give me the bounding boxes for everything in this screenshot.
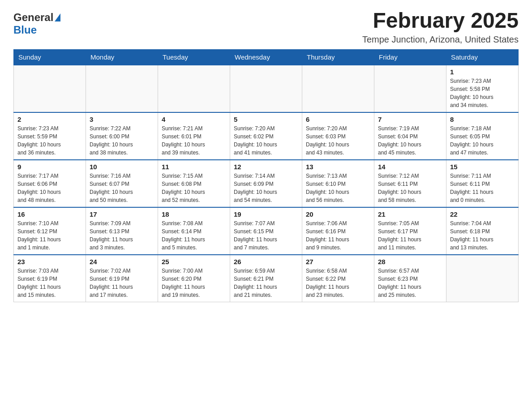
calendar-cell: 20Sunrise: 7:06 AM Sunset: 6:16 PM Dayli…	[302, 207, 374, 255]
day-number: 15	[450, 163, 515, 171]
calendar-cell: 12Sunrise: 7:14 AM Sunset: 6:09 PM Dayli…	[230, 160, 302, 207]
calendar-cell	[158, 65, 230, 112]
calendar-cell: 6Sunrise: 7:20 AM Sunset: 6:03 PM Daylig…	[302, 112, 374, 160]
day-info: Sunrise: 6:57 AM Sunset: 6:23 PM Dayligh…	[378, 267, 442, 299]
day-number: 8	[450, 116, 515, 123]
day-number: 2	[17, 116, 82, 123]
day-number: 21	[378, 210, 442, 218]
day-info: Sunrise: 7:17 AM Sunset: 6:06 PM Dayligh…	[17, 172, 82, 204]
calendar-header: SundayMondayTuesdayWednesdayThursdayFrid…	[14, 49, 519, 65]
day-info: Sunrise: 7:22 AM Sunset: 6:00 PM Dayligh…	[90, 124, 154, 157]
calendar-week-row: 9Sunrise: 7:17 AM Sunset: 6:06 PM Daylig…	[14, 160, 519, 207]
day-of-week-header: Thursday	[302, 49, 374, 65]
calendar-cell: 7Sunrise: 7:19 AM Sunset: 6:04 PM Daylig…	[374, 112, 446, 160]
calendar-cell: 19Sunrise: 7:07 AM Sunset: 6:15 PM Dayli…	[230, 207, 302, 255]
day-info: Sunrise: 7:03 AM Sunset: 6:19 PM Dayligh…	[17, 267, 82, 299]
calendar-cell: 3Sunrise: 7:22 AM Sunset: 6:00 PM Daylig…	[86, 112, 158, 160]
calendar-cell: 2Sunrise: 7:23 AM Sunset: 5:59 PM Daylig…	[14, 112, 86, 160]
day-number: 5	[234, 116, 298, 123]
day-number: 16	[17, 210, 82, 218]
calendar-cell: 24Sunrise: 7:02 AM Sunset: 6:19 PM Dayli…	[86, 255, 158, 302]
calendar-cell: 13Sunrise: 7:13 AM Sunset: 6:10 PM Dayli…	[302, 160, 374, 207]
calendar-cell: 22Sunrise: 7:04 AM Sunset: 6:18 PM Dayli…	[446, 207, 519, 255]
day-info: Sunrise: 7:11 AM Sunset: 6:11 PM Dayligh…	[450, 172, 515, 204]
day-info: Sunrise: 7:18 AM Sunset: 6:05 PM Dayligh…	[450, 124, 515, 157]
calendar-subtitle: Tempe Junction, Arizona, United States	[362, 34, 519, 45]
day-of-week-header: Friday	[374, 49, 446, 65]
day-number: 17	[90, 210, 154, 218]
calendar-cell: 15Sunrise: 7:11 AM Sunset: 6:11 PM Dayli…	[446, 160, 519, 207]
calendar-cell: 26Sunrise: 6:59 AM Sunset: 6:21 PM Dayli…	[230, 255, 302, 302]
day-info: Sunrise: 7:14 AM Sunset: 6:09 PM Dayligh…	[234, 172, 298, 204]
calendar-cell: 5Sunrise: 7:20 AM Sunset: 6:02 PM Daylig…	[230, 112, 302, 160]
day-number: 13	[306, 163, 370, 171]
day-of-week-header: Saturday	[446, 49, 519, 65]
calendar-cell: 11Sunrise: 7:15 AM Sunset: 6:08 PM Dayli…	[158, 160, 230, 207]
day-number: 25	[162, 258, 226, 265]
day-info: Sunrise: 7:15 AM Sunset: 6:08 PM Dayligh…	[162, 172, 226, 204]
page-header: General Blue February 2025 Tempe Junctio…	[13, 9, 519, 45]
logo-triangle-icon	[55, 13, 60, 21]
day-info: Sunrise: 7:13 AM Sunset: 6:10 PM Dayligh…	[306, 172, 370, 204]
calendar-cell: 27Sunrise: 6:58 AM Sunset: 6:22 PM Dayli…	[302, 255, 374, 302]
day-info: Sunrise: 7:20 AM Sunset: 6:03 PM Dayligh…	[306, 124, 370, 157]
day-number: 20	[306, 210, 370, 218]
day-of-week-header: Sunday	[14, 49, 86, 65]
day-info: Sunrise: 7:16 AM Sunset: 6:07 PM Dayligh…	[90, 172, 154, 204]
day-number: 6	[306, 116, 370, 123]
calendar-cell	[230, 65, 302, 112]
day-number: 27	[306, 258, 370, 265]
day-info: Sunrise: 7:23 AM Sunset: 5:59 PM Dayligh…	[17, 124, 82, 157]
calendar-cell: 25Sunrise: 7:00 AM Sunset: 6:20 PM Dayli…	[158, 255, 230, 302]
day-info: Sunrise: 7:00 AM Sunset: 6:20 PM Dayligh…	[162, 267, 226, 299]
day-number: 12	[234, 163, 298, 171]
day-number: 11	[162, 163, 226, 171]
calendar-cell: 9Sunrise: 7:17 AM Sunset: 6:06 PM Daylig…	[14, 160, 86, 207]
calendar-cell: 10Sunrise: 7:16 AM Sunset: 6:07 PM Dayli…	[86, 160, 158, 207]
calendar-cell: 4Sunrise: 7:21 AM Sunset: 6:01 PM Daylig…	[158, 112, 230, 160]
calendar-cell: 1Sunrise: 7:23 AM Sunset: 5:58 PM Daylig…	[446, 65, 519, 112]
calendar-cell: 21Sunrise: 7:05 AM Sunset: 6:17 PM Dayli…	[374, 207, 446, 255]
day-of-week-header: Tuesday	[158, 49, 230, 65]
days-of-week-row: SundayMondayTuesdayWednesdayThursdayFrid…	[14, 49, 519, 65]
day-number: 26	[234, 258, 298, 265]
day-info: Sunrise: 7:02 AM Sunset: 6:19 PM Dayligh…	[90, 267, 154, 299]
calendar-week-row: 1Sunrise: 7:23 AM Sunset: 5:58 PM Daylig…	[14, 65, 519, 112]
calendar-cell: 16Sunrise: 7:10 AM Sunset: 6:12 PM Dayli…	[14, 207, 86, 255]
calendar-cell	[86, 65, 158, 112]
day-info: Sunrise: 7:21 AM Sunset: 6:01 PM Dayligh…	[162, 124, 226, 157]
day-number: 24	[90, 258, 154, 265]
day-number: 3	[90, 116, 154, 123]
calendar-week-row: 2Sunrise: 7:23 AM Sunset: 5:59 PM Daylig…	[14, 112, 519, 160]
calendar-week-row: 16Sunrise: 7:10 AM Sunset: 6:12 PM Dayli…	[14, 207, 519, 255]
day-info: Sunrise: 7:20 AM Sunset: 6:02 PM Dayligh…	[234, 124, 298, 157]
day-number: 18	[162, 210, 226, 218]
day-info: Sunrise: 7:07 AM Sunset: 6:15 PM Dayligh…	[234, 219, 298, 252]
day-of-week-header: Monday	[86, 49, 158, 65]
calendar-cell	[446, 255, 519, 302]
day-info: Sunrise: 7:05 AM Sunset: 6:17 PM Dayligh…	[378, 219, 442, 252]
calendar-title: February 2025	[362, 9, 519, 33]
day-info: Sunrise: 6:58 AM Sunset: 6:22 PM Dayligh…	[306, 267, 370, 299]
day-number: 19	[234, 210, 298, 218]
day-info: Sunrise: 7:04 AM Sunset: 6:18 PM Dayligh…	[450, 219, 515, 252]
day-info: Sunrise: 7:08 AM Sunset: 6:14 PM Dayligh…	[162, 219, 226, 252]
calendar-cell: 8Sunrise: 7:18 AM Sunset: 6:05 PM Daylig…	[446, 112, 519, 160]
day-info: Sunrise: 7:12 AM Sunset: 6:11 PM Dayligh…	[378, 172, 442, 204]
day-number: 10	[90, 163, 154, 171]
day-number: 22	[450, 210, 515, 218]
day-number: 23	[17, 258, 82, 265]
day-info: Sunrise: 7:10 AM Sunset: 6:12 PM Dayligh…	[17, 219, 82, 252]
calendar-cell: 14Sunrise: 7:12 AM Sunset: 6:11 PM Dayli…	[374, 160, 446, 207]
day-info: Sunrise: 7:09 AM Sunset: 6:13 PM Dayligh…	[90, 219, 154, 252]
day-number: 9	[17, 163, 82, 171]
title-section: February 2025 Tempe Junction, Arizona, U…	[362, 9, 519, 45]
logo-blue-text: Blue	[13, 24, 37, 36]
logo-general-text: General	[13, 11, 53, 24]
calendar-cell: 28Sunrise: 6:57 AM Sunset: 6:23 PM Dayli…	[374, 255, 446, 302]
day-number: 28	[378, 258, 442, 265]
calendar-week-row: 23Sunrise: 7:03 AM Sunset: 6:19 PM Dayli…	[14, 255, 519, 302]
calendar-cell: 17Sunrise: 7:09 AM Sunset: 6:13 PM Dayli…	[86, 207, 158, 255]
calendar-cell: 18Sunrise: 7:08 AM Sunset: 6:14 PM Dayli…	[158, 207, 230, 255]
calendar-cell	[14, 65, 86, 112]
